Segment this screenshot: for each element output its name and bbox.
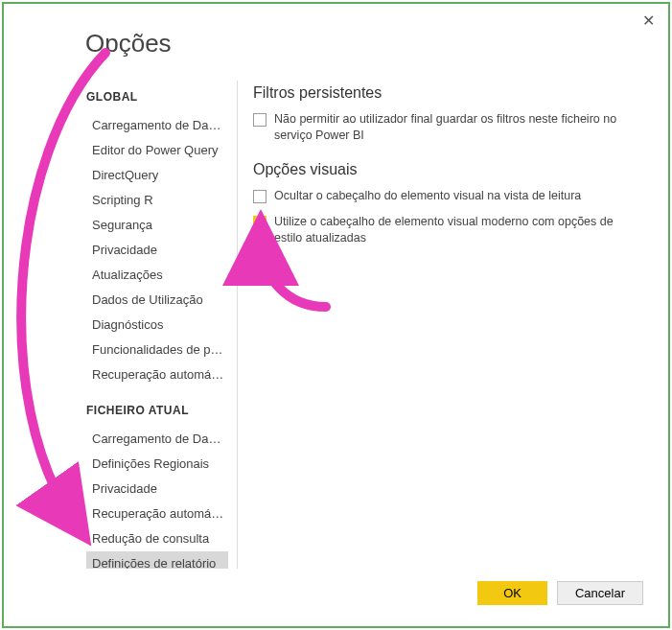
sidebar-item[interactable]: Editor do Power Query	[86, 138, 228, 162]
close-icon[interactable]: ✕	[642, 13, 655, 29]
sidebar-item[interactable]: Dados de Utilização	[86, 288, 228, 312]
sidebar-item[interactable]: Recuperação automática	[86, 502, 228, 525]
sidebar-section-header: GLOBAL	[86, 90, 228, 104]
sidebar-item[interactable]: Definições de relatório	[86, 551, 228, 569]
option-modern-header[interactable]: Utilize o cabeçalho de elemento visual m…	[253, 214, 643, 246]
option-persistent-filters[interactable]: Não permitir ao utilizador final guardar…	[253, 111, 643, 144]
dialog-frame: ✕ Opções GLOBALCarregamento de DadosEdit…	[2, 2, 670, 628]
sidebar-section-header: FICHEIRO ATUAL	[86, 404, 228, 417]
sidebar: GLOBALCarregamento de DadosEditor do Pow…	[86, 81, 228, 569]
sidebar-item[interactable]: Diagnósticos	[86, 313, 228, 337]
sidebar-item[interactable]: DirectQuery	[86, 163, 228, 187]
sidebar-item[interactable]: Definições Regionais	[86, 452, 228, 476]
dialog-title: Opções	[85, 29, 172, 58]
dialog-footer: OK Cancelar	[477, 581, 643, 605]
option-label: Utilize o cabeçalho de elemento visual m…	[274, 214, 643, 246]
sidebar-item[interactable]: Atualizações	[86, 263, 228, 287]
checkbox-icon[interactable]	[253, 113, 266, 127]
checkbox-icon[interactable]	[253, 216, 266, 229]
sidebar-item[interactable]: Privacidade	[86, 477, 228, 501]
ok-button[interactable]: OK	[477, 581, 547, 605]
sidebar-item[interactable]: Carregamento de Dados	[86, 427, 228, 451]
option-label: Não permitir ao utilizador final guardar…	[274, 111, 643, 144]
group-title-filtros: Filtros persistentes	[253, 84, 643, 102]
cancel-button[interactable]: Cancelar	[557, 581, 643, 605]
sidebar-item[interactable]: Recuperação automática	[86, 362, 228, 386]
checkbox-icon[interactable]	[253, 190, 266, 203]
sidebar-item[interactable]: Carregamento de Dados	[86, 113, 228, 137]
sidebar-item[interactable]: Segurança	[86, 213, 228, 237]
sidebar-item[interactable]: Scripting R	[86, 188, 228, 212]
sidebar-divider	[237, 81, 238, 569]
sidebar-item[interactable]: Redução de consulta	[86, 526, 228, 550]
sidebar-item[interactable]: Privacidade	[86, 238, 228, 262]
sidebar-item[interactable]: Funcionalidades de pré...	[86, 338, 228, 362]
option-hide-header[interactable]: Ocultar o cabeçalho do elemento visual n…	[253, 188, 643, 204]
group-title-visuais: Opções visuais	[253, 161, 643, 178]
option-label: Ocultar o cabeçalho do elemento visual n…	[274, 188, 581, 204]
content-panel: Filtros persistentes Não permitir ao uti…	[253, 81, 643, 569]
